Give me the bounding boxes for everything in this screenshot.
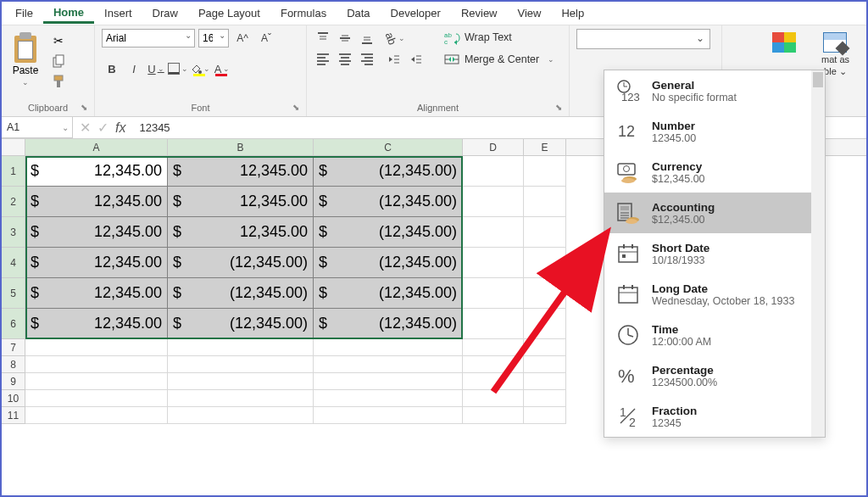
numfmt-item-number[interactable]: 12Number12345.00: [604, 111, 825, 152]
cell-E3[interactable]: [524, 217, 566, 248]
numfmt-item-general[interactable]: 123GeneralNo specific format: [604, 70, 825, 111]
menu-item-developer[interactable]: Developer: [381, 3, 451, 23]
cell-E5[interactable]: [524, 278, 566, 309]
cell-E11[interactable]: [524, 407, 566, 424]
align-bottom-button[interactable]: [358, 30, 376, 47]
cell-C9[interactable]: [314, 373, 463, 390]
cell-A6[interactable]: $12,345.00: [25, 309, 168, 339]
cell-E2[interactable]: [524, 187, 566, 217]
row-header-3[interactable]: 3: [2, 217, 25, 248]
cell-E10[interactable]: [524, 390, 566, 407]
row-header-9[interactable]: 9: [2, 373, 25, 390]
cell-C11[interactable]: [314, 407, 463, 424]
increase-font-button[interactable]: A^: [232, 29, 253, 47]
cell-C8[interactable]: [314, 356, 463, 373]
alignment-launcher[interactable]: ⬊: [555, 103, 562, 112]
align-left-button[interactable]: [314, 51, 332, 68]
cell-B7[interactable]: [168, 339, 314, 356]
cell-C7[interactable]: [314, 339, 463, 356]
cell-E6[interactable]: [524, 309, 566, 339]
font-size-select[interactable]: [198, 29, 229, 47]
cell-B5[interactable]: $(12,345.00): [168, 278, 314, 309]
row-header-4[interactable]: 4: [2, 248, 25, 278]
row-header-5[interactable]: 5: [2, 278, 25, 309]
cell-B1[interactable]: $12,345.00: [168, 156, 314, 187]
font-name-select[interactable]: [102, 29, 195, 47]
cell-D2[interactable]: [463, 187, 524, 217]
font-launcher[interactable]: ⬊: [292, 103, 299, 112]
decrease-indent-button[interactable]: [385, 51, 403, 68]
cell-D9[interactable]: [463, 373, 524, 390]
bold-button[interactable]: B: [102, 59, 122, 78]
cell-D11[interactable]: [463, 407, 524, 424]
cell-D3[interactable]: [463, 217, 524, 248]
cell-E9[interactable]: [524, 373, 566, 390]
cell-E8[interactable]: [524, 356, 566, 373]
cell-D1[interactable]: [463, 156, 524, 187]
cell-B8[interactable]: [168, 356, 314, 373]
numfmt-item-currency[interactable]: Currency$12,345.00: [604, 152, 825, 193]
row-header-8[interactable]: 8: [2, 356, 25, 373]
cell-C3[interactable]: $(12,345.00): [314, 217, 463, 248]
select-all-corner[interactable]: [2, 139, 25, 155]
cell-B4[interactable]: $(12,345.00): [168, 248, 314, 278]
clipboard-launcher[interactable]: ⬊: [81, 103, 87, 112]
copy-button[interactable]: [49, 53, 68, 70]
cell-A10[interactable]: [25, 390, 168, 407]
cell-grid[interactable]: $12,345.00$12,345.00$(12,345.00)$12,345.…: [25, 156, 566, 424]
number-format-combo[interactable]: [576, 29, 710, 49]
cell-C5[interactable]: $(12,345.00): [314, 278, 463, 309]
cut-button[interactable]: ✂: [49, 32, 68, 49]
name-box[interactable]: A1: [2, 117, 73, 138]
cell-B6[interactable]: $(12,345.00): [168, 309, 314, 339]
menu-item-draw[interactable]: Draw: [142, 3, 188, 23]
cell-B10[interactable]: [168, 390, 314, 407]
cell-C4[interactable]: $(12,345.00): [314, 248, 463, 278]
align-middle-button[interactable]: [336, 30, 354, 47]
wrap-text-button[interactable]: abc Wrap Text: [441, 29, 558, 46]
col-header-B[interactable]: B: [168, 139, 314, 155]
fill-color-button[interactable]: [190, 59, 210, 78]
cell-A8[interactable]: [25, 356, 168, 373]
cell-E4[interactable]: [524, 248, 566, 278]
cell-C2[interactable]: $(12,345.00): [314, 187, 463, 217]
row-header-6[interactable]: 6: [2, 309, 25, 339]
col-header-C[interactable]: C: [314, 139, 463, 155]
format-painter-button[interactable]: [49, 73, 68, 90]
cell-D7[interactable]: [463, 339, 524, 356]
cell-E7[interactable]: [524, 339, 566, 356]
cell-B2[interactable]: $12,345.00: [168, 187, 314, 217]
numfmt-item-shortdate[interactable]: Short Date10/18/1933: [604, 233, 825, 274]
cell-C10[interactable]: [314, 390, 463, 407]
col-header-D[interactable]: D: [463, 139, 524, 155]
cell-D8[interactable]: [463, 356, 524, 373]
align-top-button[interactable]: [314, 30, 332, 47]
cell-A3[interactable]: $12,345.00: [25, 217, 168, 248]
cell-A9[interactable]: [25, 373, 168, 390]
col-header-A[interactable]: A: [25, 139, 168, 155]
underline-button[interactable]: U: [146, 59, 166, 78]
align-center-button[interactable]: [336, 51, 354, 68]
menu-item-insert[interactable]: Insert: [94, 3, 142, 23]
conditional-formatting-button[interactable]: [767, 29, 801, 56]
menu-item-view[interactable]: View: [508, 3, 552, 23]
enter-formula-icon[interactable]: ✓: [97, 120, 108, 136]
cell-A11[interactable]: [25, 407, 168, 424]
merge-center-button[interactable]: Merge & Center ⌄: [441, 51, 558, 68]
cell-A7[interactable]: [25, 339, 168, 356]
col-header-E[interactable]: E: [524, 139, 566, 155]
numfmt-item-fraction[interactable]: 12Fraction12345: [604, 396, 825, 437]
cell-B11[interactable]: [168, 407, 314, 424]
cell-D4[interactable]: [463, 248, 524, 278]
menu-item-help[interactable]: Help: [551, 3, 594, 23]
row-header-11[interactable]: 11: [2, 407, 25, 424]
paste-button[interactable]: Paste ⌄: [8, 29, 42, 90]
menu-item-page-layout[interactable]: Page Layout: [188, 3, 270, 23]
italic-button[interactable]: I: [124, 59, 144, 78]
cell-A5[interactable]: $12,345.00: [25, 278, 168, 309]
borders-button[interactable]: [168, 59, 188, 78]
dropdown-scrollbar[interactable]: [811, 70, 825, 437]
row-header-2[interactable]: 2: [2, 187, 25, 217]
menu-item-review[interactable]: Review: [451, 3, 508, 23]
numfmt-item-accounting[interactable]: Accounting$12,345.00: [604, 193, 825, 233]
